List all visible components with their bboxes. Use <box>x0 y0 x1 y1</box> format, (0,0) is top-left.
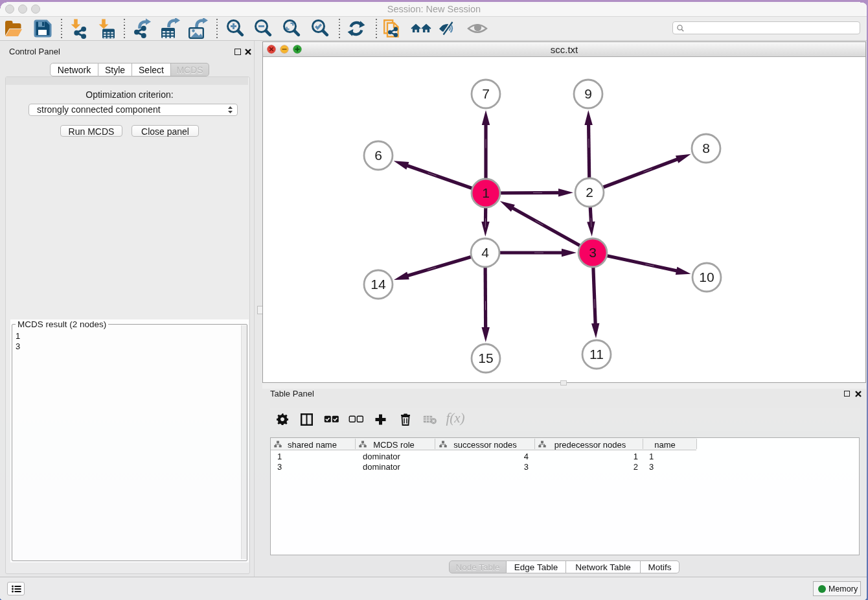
svg-text:14: 14 <box>371 277 386 292</box>
svg-text:15: 15 <box>478 351 493 365</box>
svg-text:1: 1 <box>482 185 490 200</box>
svg-text:9: 9 <box>584 86 592 101</box>
svg-text:4: 4 <box>481 245 489 260</box>
svg-text:6: 6 <box>374 148 382 163</box>
svg-text:7: 7 <box>482 86 490 101</box>
svg-text:3: 3 <box>589 245 597 260</box>
svg-text:8: 8 <box>702 141 710 156</box>
svg-text:10: 10 <box>699 270 714 284</box>
svg-text:2: 2 <box>586 185 593 200</box>
svg-text:11: 11 <box>589 347 604 362</box>
